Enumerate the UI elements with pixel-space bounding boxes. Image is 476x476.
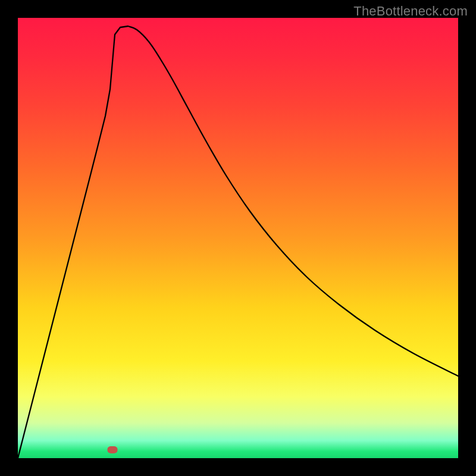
- plot-area: [18, 18, 458, 458]
- bottleneck-curve: [18, 18, 458, 458]
- optimal-point-marker: [108, 446, 118, 453]
- chart-frame: TheBottleneck.com: [0, 0, 476, 476]
- attribution-label: TheBottleneck.com: [353, 4, 468, 19]
